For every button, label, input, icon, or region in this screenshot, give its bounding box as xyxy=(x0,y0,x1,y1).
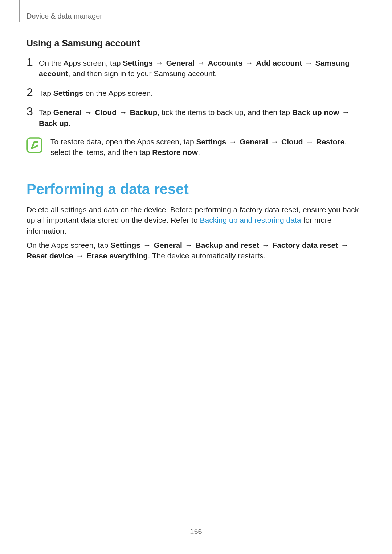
path-item: Back up xyxy=(39,119,69,127)
arrow-icon: → xyxy=(270,138,279,146)
path-item: Add account xyxy=(256,59,302,67)
text: Tap xyxy=(39,89,53,97)
paragraph-procedure: On the Apps screen, tap Settings → Gener… xyxy=(26,240,366,261)
step-body: On the Apps screen, tap Settings → Gener… xyxy=(39,57,366,79)
path-item: General xyxy=(154,241,182,249)
note-body: To restore data, open the Apps screen, t… xyxy=(50,136,366,158)
arrow-icon: → xyxy=(261,241,270,249)
path-item: Settings xyxy=(123,59,153,67)
text: On the Apps screen, tap xyxy=(39,59,123,67)
steps-list: 1 On the Apps screen, tap Settings → Gen… xyxy=(26,57,366,128)
text: , tick the items to back up, and then ta… xyxy=(158,108,292,116)
arrow-icon: → xyxy=(155,59,164,67)
xref-link[interactable]: Backing up and restoring data xyxy=(200,216,301,224)
section-title-data-reset: Performing a data reset xyxy=(26,179,366,199)
arrow-icon: → xyxy=(228,138,237,146)
header-rule xyxy=(19,0,20,22)
path-item: Restore xyxy=(316,138,344,146)
step-2: 2 Tap Settings on the Apps screen. xyxy=(26,87,366,98)
arrow-icon: → xyxy=(305,138,314,146)
arrow-icon: → xyxy=(197,59,206,67)
running-head: Device & data manager xyxy=(26,11,102,21)
page-content: Using a Samsung account 1 On the Apps sc… xyxy=(26,33,366,265)
path-item: Cloud xyxy=(95,108,117,116)
path-item: Backup xyxy=(130,108,158,116)
text: Tap xyxy=(39,108,53,116)
manual-page: Device & data manager Using a Samsung ac… xyxy=(0,0,392,554)
text: . xyxy=(69,119,71,127)
arrow-icon: → xyxy=(119,108,128,116)
step-body: Tap General → Cloud → Backup, tick the i… xyxy=(39,106,366,128)
path-item: Back up now xyxy=(292,108,339,116)
path-item: Accounts xyxy=(208,59,243,67)
note-block: To restore data, open the Apps screen, t… xyxy=(26,136,366,158)
step-number: 3 xyxy=(26,106,39,117)
text: . xyxy=(198,148,200,156)
path-item: General xyxy=(166,59,195,67)
arrow-icon: → xyxy=(75,251,84,260)
path-item: Settings xyxy=(53,89,83,97)
text: , and then sign in to your Samsung accou… xyxy=(68,69,217,78)
arrow-icon: → xyxy=(340,241,349,249)
subheading-samsung-account: Using a Samsung account xyxy=(26,37,366,50)
arrow-icon: → xyxy=(84,108,93,116)
text: On the Apps screen, tap xyxy=(26,241,110,249)
text: on the Apps screen. xyxy=(83,89,153,97)
step-3: 3 Tap General → Cloud → Backup, tick the… xyxy=(26,106,366,128)
text: . The device automatically restarts. xyxy=(148,251,265,260)
path-item: Factory data reset xyxy=(272,241,338,249)
step-number: 2 xyxy=(26,86,39,98)
arrow-icon: → xyxy=(184,241,193,249)
arrow-icon: → xyxy=(245,59,254,67)
path-item: Cloud xyxy=(281,138,303,146)
step-number: 1 xyxy=(26,56,39,68)
path-item: Settings xyxy=(196,138,226,146)
svg-rect-0 xyxy=(27,138,42,152)
paragraph-intro: Delete all settings and data on the devi… xyxy=(26,204,366,236)
step-1: 1 On the Apps screen, tap Settings → Gen… xyxy=(26,57,366,79)
path-item: Settings xyxy=(110,241,140,249)
arrow-icon: → xyxy=(304,59,313,67)
note-icon xyxy=(26,137,42,153)
path-item: Reset device xyxy=(26,251,73,260)
path-item: General xyxy=(53,108,82,116)
path-item: Erase everything xyxy=(86,251,148,260)
path-item: Backup and reset xyxy=(196,241,259,249)
bold-text: Restore now xyxy=(152,148,198,156)
step-body: Tap Settings on the Apps screen. xyxy=(39,87,366,98)
arrow-icon: → xyxy=(143,241,152,249)
page-number: 156 xyxy=(0,526,392,537)
text: To restore data, open the Apps screen, t… xyxy=(50,138,196,146)
arrow-icon: → xyxy=(341,108,350,116)
path-item: General xyxy=(240,138,268,146)
